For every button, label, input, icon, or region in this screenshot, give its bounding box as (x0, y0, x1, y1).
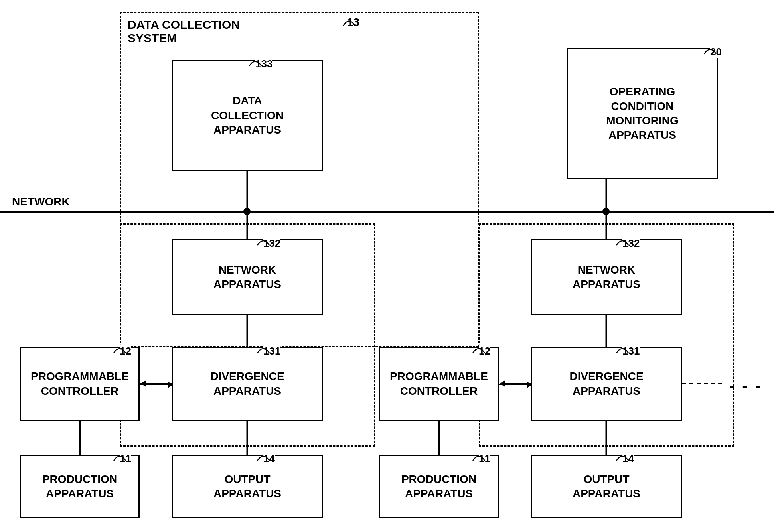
ref-11a-bracket (100, 449, 128, 463)
ref-12b-bracket (459, 341, 487, 355)
line-oca-to-network (606, 179, 607, 212)
programmable-controller-1-box: PROGRAMMABLECONTROLLER (20, 347, 140, 421)
line-na2-to-div2 (606, 315, 607, 348)
network-apparatus-1-box: NETWORKAPPARATUS (172, 239, 323, 315)
line-network-to-na1 (247, 211, 248, 240)
output-apparatus-2-label: OUTPUTAPPARATUS (573, 472, 640, 501)
ellipsis: - - - (729, 377, 762, 395)
divergence-apparatus-1-box: DIVERGENCEAPPARATUS (172, 347, 323, 421)
line-pc2-to-pa2 (439, 421, 440, 455)
line-pc1-to-pa1 (80, 421, 81, 455)
ref-11b-bracket (459, 449, 487, 463)
operating-condition-label: OPERATINGCONDITIONMONITORINGAPPARATUS (606, 85, 678, 143)
data-collection-system-label: DATA COLLECTIONSYSTEM (128, 18, 240, 45)
line-div1-to-out1 (247, 421, 248, 455)
output-apparatus-1-label: OUTPUTAPPARATUS (213, 472, 281, 501)
network-label: NETWORK (12, 195, 70, 208)
output-apparatus-1-box: OUTPUTAPPARATUS (172, 455, 323, 518)
ref-133-bracket (235, 54, 263, 68)
line-div2-to-pc2 (499, 384, 531, 385)
production-apparatus-1-label: PRODUCTIONAPPARATUS (42, 472, 117, 501)
programmable-controller-1-label: PROGRAMMABLECONTROLLER (31, 369, 129, 398)
ref-20-bracket (690, 42, 718, 56)
operating-condition-box: OPERATINGCONDITIONMONITORINGAPPARATUS (567, 48, 718, 179)
programmable-controller-2-label: PROGRAMMABLECONTROLLER (390, 369, 488, 398)
data-collection-apparatus-label: DATACOLLECTIONAPPARATUS (211, 94, 284, 137)
line-div2-to-out2 (606, 421, 607, 455)
divergence-apparatus-1-label: DIVERGENCEAPPARATUS (210, 369, 284, 398)
line-div1-to-pc1 (140, 384, 172, 385)
programmable-controller-2-box: PROGRAMMABLECONTROLLER (379, 347, 499, 421)
line-dca-to-network (247, 171, 248, 212)
network-apparatus-2-box: NETWORKAPPARATUS (531, 239, 682, 315)
ref-12a-bracket (100, 341, 128, 355)
divergence-apparatus-2-box: DIVERGENCEAPPARATUS (531, 347, 682, 421)
divergence-apparatus-2-label: DIVERGENCEAPPARATUS (569, 369, 643, 398)
ref-13-bracket (327, 12, 359, 28)
network-apparatus-2-label: NETWORKAPPARATUS (573, 263, 640, 292)
diagram: NETWORK DATA COLLECTIONSYSTEM 13 DATACOL… (0, 0, 774, 532)
production-apparatus-2-label: PRODUCTIONAPPARATUS (401, 472, 476, 501)
data-collection-apparatus-box: DATACOLLECTIONAPPARATUS (172, 60, 323, 171)
line-network-to-na2 (606, 211, 607, 240)
output-apparatus-2-box: OUTPUTAPPARATUS (531, 455, 682, 518)
line-na1-to-div1 (247, 315, 248, 348)
network-apparatus-1-label: NETWORKAPPARATUS (213, 263, 281, 292)
